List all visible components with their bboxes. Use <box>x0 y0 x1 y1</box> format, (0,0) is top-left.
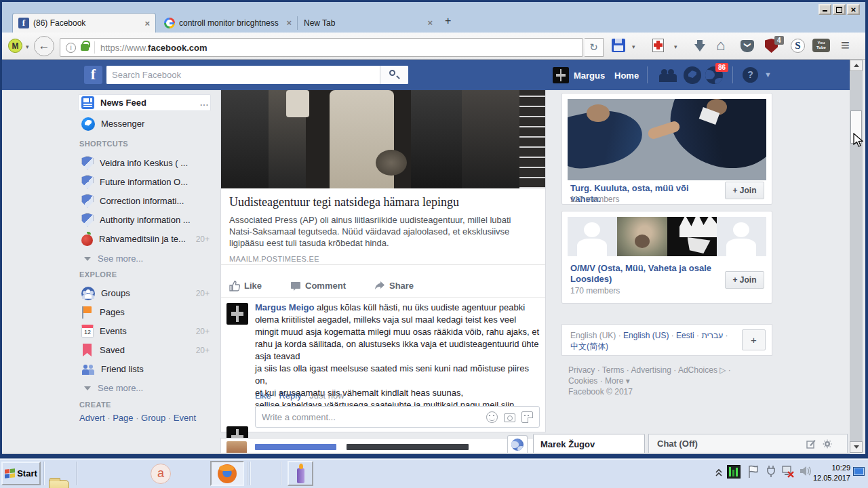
tray-matrix-icon[interactable] <box>727 465 741 479</box>
sidebar-item-pages[interactable]: Pages <box>78 304 211 321</box>
sticker-icon[interactable] <box>521 411 533 423</box>
tab-close-icon[interactable]: × <box>286 18 292 28</box>
chat-bar[interactable]: Chat (Off) <box>648 434 848 453</box>
window-maximize-button[interactable] <box>833 4 846 15</box>
tab-close-icon[interactable]: × <box>144 18 150 28</box>
sidebar-item-shortcut[interactable]: Authority information ... <box>78 211 211 228</box>
adchoices-link[interactable]: AdChoices <box>671 365 717 375</box>
sidebar-item-friend-lists[interactable]: Friend lists <box>78 361 211 378</box>
terms-link[interactable]: Terms <box>595 365 624 375</box>
sidebar-item-groups[interactable]: Groups 20+ <box>78 285 211 302</box>
join-group-button[interactable]: + Join <box>725 182 764 199</box>
sidebar-item-shortcut[interactable]: Rahvameditsiin ja te... 20+ <box>78 230 211 247</box>
comment-button[interactable]: Comment <box>290 281 346 291</box>
sidebar-item-shortcut[interactable]: Future information O... <box>78 174 211 190</box>
create-group-link[interactable]: Group <box>134 413 166 423</box>
sidebar-item-saved[interactable]: Saved 20+ <box>78 342 211 359</box>
window-close-button[interactable]: ✕ <box>847 4 860 15</box>
browser-tab-newtab[interactable]: New Tab × <box>298 13 438 33</box>
create-page-link[interactable]: Page <box>105 413 134 423</box>
sidebar-item-messenger[interactable]: Messenger <box>78 115 211 132</box>
group-member-photos[interactable] <box>568 217 766 256</box>
save-dropdown-caret-icon[interactable]: ▾ <box>632 43 635 50</box>
comment-reply-link[interactable]: Reply <box>279 390 301 401</box>
new-message-icon[interactable] <box>806 439 816 451</box>
comment-like-link[interactable]: Like <box>255 390 271 401</box>
page-info-icon[interactable]: i <box>66 43 76 53</box>
tray-expand-chevron-icon[interactable] <box>715 468 723 480</box>
next-post-partial[interactable] <box>220 438 546 453</box>
scrollbar-down-button[interactable] <box>850 441 863 453</box>
cookies-link[interactable]: Cookies <box>568 376 597 386</box>
post-link-box[interactable]: Uudisteagentuur tegi natsidega hämara le… <box>221 188 545 265</box>
youtube-addon-icon[interactable]: You Tube <box>812 39 830 52</box>
browser-tab-google[interactable]: controll monitor bricghtness × <box>159 13 297 33</box>
sidebar-item-shortcut[interactable]: Correction informati... <box>78 192 211 209</box>
privacy-link[interactable]: Privacy <box>568 365 595 375</box>
m-addon-caret-icon[interactable]: ▾ <box>26 43 29 50</box>
downloads-icon[interactable] <box>694 44 705 52</box>
back-button[interactable]: ← <box>34 36 54 56</box>
chat-globe-tab[interactable] <box>507 435 528 453</box>
taskbar-clock[interactable]: 10:29 12.05.2017 <box>811 463 850 483</box>
browser-tab-facebook[interactable]: f (86) Facebook × <box>12 13 156 33</box>
chat-friend-tab[interactable]: Marek Žugov <box>533 434 645 453</box>
show-desktop-icon[interactable] <box>853 467 865 476</box>
url-bar[interactable]: i https://www.facebook.com <box>60 38 583 57</box>
more-link[interactable]: More <box>597 376 623 386</box>
news-feed-options-icon[interactable]: ... <box>200 98 209 108</box>
candle-app-button[interactable] <box>288 461 313 486</box>
group-cover-image[interactable] <box>568 99 766 180</box>
tray-power-plug-icon[interactable] <box>765 464 777 481</box>
account-menu-caret-icon[interactable]: ▼ <box>764 70 772 79</box>
window-minimize-button[interactable] <box>818 4 831 15</box>
help-icon[interactable]: ? <box>743 67 758 83</box>
sidebar-item-events[interactable]: 12 Events 20+ <box>78 323 211 340</box>
session-addon-icon[interactable]: S <box>791 39 805 53</box>
commenter-avatar[interactable] <box>226 303 248 325</box>
advertising-link[interactable]: Advertising <box>624 365 671 375</box>
tray-network-disconnected-icon[interactable] <box>781 465 795 481</box>
firefox-active-task-button[interactable] <box>210 461 244 486</box>
add-language-button[interactable]: + <box>742 329 766 350</box>
post-link-image[interactable] <box>221 90 545 188</box>
sidebar-see-more[interactable]: See more... <box>78 250 211 267</box>
profile-avatar[interactable] <box>553 67 569 83</box>
facebook-search[interactable] <box>106 66 408 84</box>
tray-flag-icon[interactable] <box>747 465 760 481</box>
friend-requests-icon[interactable] <box>659 66 677 84</box>
search-input[interactable] <box>106 66 380 84</box>
bookmark-addon-icon[interactable] <box>652 39 664 52</box>
chat-settings-gear-icon[interactable] <box>823 439 832 451</box>
tab-close-icon[interactable]: × <box>427 18 433 28</box>
language-link[interactable]: Eesti <box>669 331 694 340</box>
share-button[interactable]: Share <box>374 281 414 291</box>
a-app-icon[interactable]: a <box>151 464 171 484</box>
sidebar-see-more[interactable]: See more... <box>78 380 211 396</box>
language-link[interactable]: English (US) <box>616 331 669 340</box>
bookmark-dropdown-caret-icon[interactable]: ▾ <box>674 43 677 50</box>
messenger-icon[interactable] <box>684 66 701 84</box>
search-button[interactable] <box>380 66 408 84</box>
facebook-logo[interactable]: f <box>84 66 102 84</box>
language-link[interactable]: עברית <box>694 331 723 340</box>
create-event-link[interactable]: Event <box>165 413 196 423</box>
new-tab-button[interactable]: + <box>445 15 451 27</box>
menu-hamburger-icon[interactable]: ≡ <box>841 39 850 52</box>
comment-input[interactable] <box>256 412 486 422</box>
write-comment-box[interactable] <box>255 406 540 428</box>
sidebar-item-shortcut[interactable]: Veidra info Keskus ( ... <box>78 155 211 171</box>
scrollbar-up-button[interactable] <box>850 60 863 71</box>
sidebar-item-news-feed[interactable]: News Feed ... <box>78 94 211 111</box>
post-link-title[interactable]: Uudisteagentuur tegi natsidega hämara le… <box>229 195 537 209</box>
profile-name-link[interactable]: Margus <box>574 70 605 81</box>
start-button[interactable]: Start <box>1 462 41 485</box>
emoji-icon[interactable] <box>486 411 498 423</box>
camera-icon[interactable] <box>504 413 515 422</box>
pocket-icon[interactable] <box>741 40 754 52</box>
group-name-link[interactable]: O/M/V (Osta, Müü, Vaheta ja osale Loosid… <box>570 263 716 285</box>
like-button[interactable]: Like <box>229 281 262 291</box>
join-group-button[interactable]: + Join <box>725 271 764 289</box>
file-explorer-icon[interactable] <box>49 480 69 488</box>
save-session-icon[interactable] <box>612 39 625 52</box>
